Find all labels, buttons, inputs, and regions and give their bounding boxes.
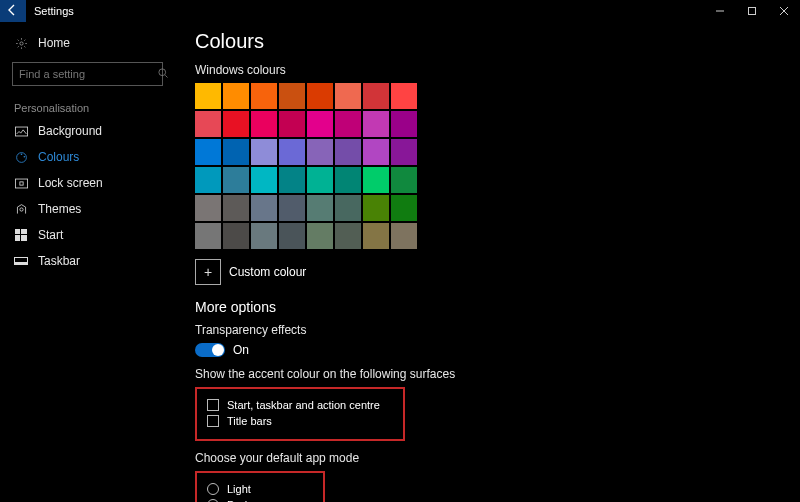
palette-label: Windows colours <box>195 63 780 77</box>
color-swatch[interactable] <box>363 195 389 221</box>
color-swatch[interactable] <box>307 139 333 165</box>
svg-point-3 <box>159 69 166 76</box>
color-swatch[interactable] <box>251 139 277 165</box>
transparency-label: Transparency effects <box>195 323 780 337</box>
taskbar-icon <box>14 257 28 265</box>
color-swatch[interactable] <box>335 111 361 137</box>
color-swatch[interactable] <box>307 83 333 109</box>
accent-surfaces-group: Start, taskbar and action centre Title b… <box>195 387 405 441</box>
color-swatch[interactable] <box>251 223 277 249</box>
sidebar-section-label: Personalisation <box>0 96 175 118</box>
close-button[interactable] <box>768 0 800 22</box>
color-swatch[interactable] <box>335 167 361 193</box>
palette-icon <box>14 151 28 164</box>
color-row <box>195 167 417 193</box>
picture-icon <box>14 126 28 137</box>
color-swatch[interactable] <box>363 167 389 193</box>
sidebar-item-start[interactable]: Start <box>0 222 175 248</box>
color-swatch[interactable] <box>307 167 333 193</box>
color-swatch[interactable] <box>223 223 249 249</box>
color-swatch[interactable] <box>391 83 417 109</box>
custom-colour-button[interactable]: + <box>195 259 221 285</box>
sidebar-item-colours[interactable]: Colours <box>0 144 175 170</box>
color-swatch[interactable] <box>391 167 417 193</box>
titlebar: Settings <box>0 0 800 22</box>
accent-checkbox-start[interactable]: Start, taskbar and action centre <box>207 399 393 411</box>
color-swatch[interactable] <box>391 139 417 165</box>
page-title: Colours <box>195 30 780 53</box>
color-swatch[interactable] <box>223 167 249 193</box>
color-swatch[interactable] <box>251 111 277 137</box>
color-swatch[interactable] <box>363 139 389 165</box>
color-swatch[interactable] <box>363 111 389 137</box>
plus-icon: + <box>204 264 212 280</box>
start-icon <box>14 229 28 241</box>
svg-rect-10 <box>19 181 22 184</box>
color-swatch[interactable] <box>391 111 417 137</box>
sidebar-home[interactable]: Home <box>0 30 175 56</box>
color-swatch[interactable] <box>195 167 221 193</box>
transparency-toggle[interactable] <box>195 343 225 357</box>
color-swatch[interactable] <box>279 111 305 137</box>
color-swatch[interactable] <box>307 195 333 221</box>
sidebar-item-taskbar[interactable]: Taskbar <box>0 248 175 274</box>
gear-icon <box>14 37 28 50</box>
minimize-button[interactable] <box>704 0 736 22</box>
color-swatch[interactable] <box>223 83 249 109</box>
maximize-button[interactable] <box>736 0 768 22</box>
color-swatch[interactable] <box>335 195 361 221</box>
toggle-knob <box>212 344 224 356</box>
svg-point-2 <box>19 41 22 44</box>
color-swatch[interactable] <box>363 83 389 109</box>
color-swatch[interactable] <box>363 223 389 249</box>
sidebar-item-lockscreen[interactable]: Lock screen <box>0 170 175 196</box>
color-swatch[interactable] <box>279 167 305 193</box>
more-options-title: More options <box>195 299 780 315</box>
color-swatch[interactable] <box>195 111 221 137</box>
checkbox-icon <box>207 399 219 411</box>
color-swatch[interactable] <box>335 83 361 109</box>
color-swatch[interactable] <box>279 223 305 249</box>
color-swatch[interactable] <box>279 83 305 109</box>
sidebar-item-label: Taskbar <box>38 254 80 268</box>
sidebar-item-label: Colours <box>38 150 79 164</box>
checkbox-label: Start, taskbar and action centre <box>227 399 380 411</box>
back-button[interactable] <box>0 0 26 22</box>
color-swatch[interactable] <box>251 195 277 221</box>
color-swatch[interactable] <box>335 139 361 165</box>
app-mode-light[interactable]: Light <box>207 483 313 495</box>
color-swatch[interactable] <box>223 195 249 221</box>
color-swatch[interactable] <box>391 223 417 249</box>
color-swatch[interactable] <box>279 195 305 221</box>
color-swatch[interactable] <box>195 195 221 221</box>
svg-rect-15 <box>21 235 27 241</box>
color-swatch[interactable] <box>251 83 277 109</box>
svg-line-4 <box>165 75 167 77</box>
color-swatch[interactable] <box>223 139 249 165</box>
app-mode-group: Light Dark <box>195 471 325 502</box>
search-input[interactable] <box>19 68 157 80</box>
color-swatch[interactable] <box>279 139 305 165</box>
sidebar-item-themes[interactable]: Themes <box>0 196 175 222</box>
color-swatch[interactable] <box>307 111 333 137</box>
search-box[interactable] <box>12 62 163 86</box>
svg-rect-17 <box>15 262 28 265</box>
color-swatch[interactable] <box>391 195 417 221</box>
sidebar-item-background[interactable]: Background <box>0 118 175 144</box>
accent-checkbox-titlebars[interactable]: Title bars <box>207 415 393 427</box>
arrow-left-icon <box>7 4 19 18</box>
checkbox-label: Title bars <box>227 415 272 427</box>
accent-surfaces-label: Show the accent colour on the following … <box>195 367 780 381</box>
color-swatch[interactable] <box>195 83 221 109</box>
color-swatch[interactable] <box>223 111 249 137</box>
svg-point-7 <box>20 153 22 155</box>
color-swatch[interactable] <box>195 223 221 249</box>
lockscreen-icon <box>14 178 28 189</box>
checkbox-icon <box>207 415 219 427</box>
custom-colour-label: Custom colour <box>229 265 306 279</box>
color-swatch[interactable] <box>307 223 333 249</box>
color-swatch[interactable] <box>195 139 221 165</box>
color-swatch[interactable] <box>335 223 361 249</box>
transparency-value: On <box>233 343 249 357</box>
color-swatch[interactable] <box>251 167 277 193</box>
